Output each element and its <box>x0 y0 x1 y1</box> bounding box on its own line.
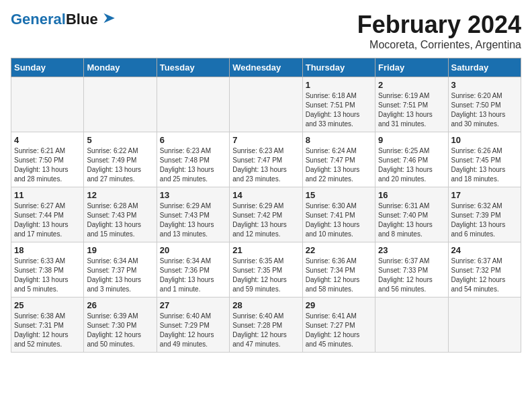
day-info: Sunrise: 6:37 AMSunset: 7:33 PMDaylight:… <box>378 257 445 294</box>
calendar-cell: 19Sunrise: 6:34 AMSunset: 7:37 PMDayligh… <box>84 242 157 298</box>
day-info: Sunrise: 6:26 AMSunset: 7:45 PMDaylight:… <box>451 146 518 184</box>
day-info: Sunrise: 6:19 AMSunset: 7:51 PMDaylight:… <box>378 91 445 129</box>
day-info: Sunrise: 6:29 AMSunset: 7:42 PMDaylight:… <box>232 201 299 239</box>
day-number: 5 <box>87 135 153 145</box>
calendar-cell: 6Sunrise: 6:23 AMSunset: 7:48 PMDaylight… <box>157 132 229 187</box>
day-info: Sunrise: 6:27 AMSunset: 7:44 PMDaylight:… <box>14 201 81 239</box>
day-info: Sunrise: 6:25 AMSunset: 7:46 PMDaylight:… <box>378 146 445 184</box>
calendar-cell: 15Sunrise: 6:30 AMSunset: 7:41 PMDayligh… <box>302 187 375 242</box>
day-number: 16 <box>378 190 445 200</box>
day-number: 6 <box>160 135 226 145</box>
header-tuesday: Tuesday <box>157 58 229 77</box>
day-info: Sunrise: 6:18 AMSunset: 7:51 PMDaylight:… <box>306 91 372 129</box>
logo-text: GeneralBlue <box>11 11 98 28</box>
day-info: Sunrise: 6:28 AMSunset: 7:43 PMDaylight:… <box>87 201 153 239</box>
calendar-cell: 26Sunrise: 6:39 AMSunset: 7:30 PMDayligh… <box>84 298 157 353</box>
calendar-cell: 14Sunrise: 6:29 AMSunset: 7:42 PMDayligh… <box>230 187 302 242</box>
day-info: Sunrise: 6:41 AMSunset: 7:27 PMDaylight:… <box>306 312 372 349</box>
day-number: 1 <box>306 80 372 90</box>
day-number: 22 <box>306 245 372 255</box>
day-info: Sunrise: 6:31 AMSunset: 7:40 PMDaylight:… <box>378 201 445 239</box>
calendar-cell: 2Sunrise: 6:19 AMSunset: 7:51 PMDaylight… <box>375 77 448 132</box>
calendar-cell: 27Sunrise: 6:40 AMSunset: 7:29 PMDayligh… <box>157 298 229 353</box>
day-number: 24 <box>451 245 518 255</box>
calendar-cell: 1Sunrise: 6:18 AMSunset: 7:51 PMDaylight… <box>302 77 375 132</box>
day-info: Sunrise: 6:34 AMSunset: 7:37 PMDaylight:… <box>87 257 153 294</box>
day-info: Sunrise: 6:39 AMSunset: 7:30 PMDaylight:… <box>87 312 153 349</box>
calendar-cell: 8Sunrise: 6:24 AMSunset: 7:47 PMDaylight… <box>302 132 375 187</box>
calendar-cell: 23Sunrise: 6:37 AMSunset: 7:33 PMDayligh… <box>375 242 448 298</box>
calendar-cell: 21Sunrise: 6:35 AMSunset: 7:35 PMDayligh… <box>230 242 302 298</box>
calendar-cell: 3Sunrise: 6:20 AMSunset: 7:50 PMDaylight… <box>448 77 521 132</box>
day-number: 14 <box>232 190 299 200</box>
calendar-cell: 9Sunrise: 6:25 AMSunset: 7:46 PMDaylight… <box>375 132 448 187</box>
calendar-cell <box>230 77 302 132</box>
logo-icon <box>98 12 118 24</box>
header-thursday: Thursday <box>302 58 375 77</box>
calendar-cell <box>448 298 521 353</box>
day-number: 4 <box>14 135 81 145</box>
calendar-cell <box>157 77 229 132</box>
calendar-cell: 24Sunrise: 6:37 AMSunset: 7:32 PMDayligh… <box>448 242 521 298</box>
header-monday: Monday <box>84 58 157 77</box>
calendar-cell: 20Sunrise: 6:34 AMSunset: 7:36 PMDayligh… <box>157 242 229 298</box>
calendar-cell: 11Sunrise: 6:27 AMSunset: 7:44 PMDayligh… <box>11 187 84 242</box>
day-info: Sunrise: 6:40 AMSunset: 7:29 PMDaylight:… <box>160 312 226 349</box>
day-info: Sunrise: 6:30 AMSunset: 7:41 PMDaylight:… <box>306 201 372 239</box>
calendar-cell: 12Sunrise: 6:28 AMSunset: 7:43 PMDayligh… <box>84 187 157 242</box>
day-number: 27 <box>160 300 226 310</box>
calendar-header-row: SundayMondayTuesdayWednesdayThursdayFrid… <box>11 58 521 77</box>
header-friday: Friday <box>375 58 448 77</box>
day-info: Sunrise: 6:35 AMSunset: 7:35 PMDaylight:… <box>232 257 299 294</box>
day-number: 13 <box>160 190 226 200</box>
calendar-cell: 22Sunrise: 6:36 AMSunset: 7:34 PMDayligh… <box>302 242 375 298</box>
day-number: 23 <box>378 245 445 255</box>
calendar-table: SundayMondayTuesdayWednesdayThursdayFrid… <box>11 58 521 353</box>
day-info: Sunrise: 6:34 AMSunset: 7:36 PMDaylight:… <box>160 257 226 294</box>
day-number: 17 <box>451 190 518 200</box>
calendar-cell: 25Sunrise: 6:38 AMSunset: 7:31 PMDayligh… <box>11 298 84 353</box>
logo: GeneralBlue <box>11 11 118 28</box>
day-info: Sunrise: 6:23 AMSunset: 7:48 PMDaylight:… <box>160 146 226 184</box>
calendar-week-row: 25Sunrise: 6:38 AMSunset: 7:31 PMDayligh… <box>11 298 521 353</box>
day-info: Sunrise: 6:20 AMSunset: 7:50 PMDaylight:… <box>451 91 518 129</box>
day-number: 15 <box>306 190 372 200</box>
title-block: February 2024 Mocoreta, Corrientes, Arge… <box>357 11 521 51</box>
day-info: Sunrise: 6:40 AMSunset: 7:28 PMDaylight:… <box>232 312 299 349</box>
day-info: Sunrise: 6:38 AMSunset: 7:31 PMDaylight:… <box>14 312 81 349</box>
day-number: 19 <box>87 245 153 255</box>
header-sunday: Sunday <box>11 58 84 77</box>
calendar-week-row: 18Sunrise: 6:33 AMSunset: 7:38 PMDayligh… <box>11 242 521 298</box>
day-number: 28 <box>232 300 299 310</box>
page-title: February 2024 <box>357 11 521 39</box>
page-subtitle: Mocoreta, Corrientes, Argentina <box>357 39 521 51</box>
day-info: Sunrise: 6:36 AMSunset: 7:34 PMDaylight:… <box>306 257 372 294</box>
day-number: 25 <box>14 300 81 310</box>
day-info: Sunrise: 6:37 AMSunset: 7:32 PMDaylight:… <box>451 257 518 294</box>
calendar-cell: 10Sunrise: 6:26 AMSunset: 7:45 PMDayligh… <box>448 132 521 187</box>
calendar-cell: 17Sunrise: 6:32 AMSunset: 7:39 PMDayligh… <box>448 187 521 242</box>
day-info: Sunrise: 6:29 AMSunset: 7:43 PMDaylight:… <box>160 201 226 239</box>
day-info: Sunrise: 6:32 AMSunset: 7:39 PMDaylight:… <box>451 201 518 239</box>
page-header: GeneralBlue February 2024 Mocoreta, Corr… <box>11 11 521 51</box>
day-number: 10 <box>451 135 518 145</box>
calendar-cell: 28Sunrise: 6:40 AMSunset: 7:28 PMDayligh… <box>230 298 302 353</box>
day-number: 29 <box>306 300 372 310</box>
header-saturday: Saturday <box>448 58 521 77</box>
day-number: 18 <box>14 245 81 255</box>
calendar-cell <box>375 298 448 353</box>
day-info: Sunrise: 6:21 AMSunset: 7:50 PMDaylight:… <box>14 146 81 184</box>
calendar-cell: 18Sunrise: 6:33 AMSunset: 7:38 PMDayligh… <box>11 242 84 298</box>
day-info: Sunrise: 6:22 AMSunset: 7:49 PMDaylight:… <box>87 146 153 184</box>
day-number: 9 <box>378 135 445 145</box>
day-number: 26 <box>87 300 153 310</box>
day-number: 7 <box>232 135 299 145</box>
day-number: 12 <box>87 190 153 200</box>
calendar-cell: 5Sunrise: 6:22 AMSunset: 7:49 PMDaylight… <box>84 132 157 187</box>
header-wednesday: Wednesday <box>230 58 302 77</box>
calendar-cell <box>11 77 84 132</box>
calendar-cell: 29Sunrise: 6:41 AMSunset: 7:27 PMDayligh… <box>302 298 375 353</box>
calendar-cell: 4Sunrise: 6:21 AMSunset: 7:50 PMDaylight… <box>11 132 84 187</box>
day-number: 11 <box>14 190 81 200</box>
calendar-cell: 7Sunrise: 6:23 AMSunset: 7:47 PMDaylight… <box>230 132 302 187</box>
